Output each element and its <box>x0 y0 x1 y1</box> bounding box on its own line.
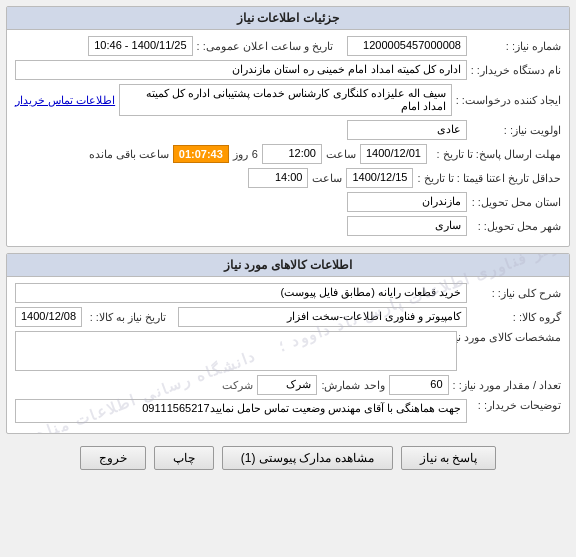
tarikh-niaz-value: 1400/12/08 <box>15 307 82 327</box>
rooz-label: روز <box>233 148 248 161</box>
kalas-section-body: شرح کلی نیاز: خرید قطعات رایانه (مطابق ف… <box>7 277 569 433</box>
tazihaat-label: توضیحات خریدار: <box>471 399 561 412</box>
button-bar: پاسخ به نیاز مشاهده مدارک پیوستی (1) چاپ… <box>6 440 570 476</box>
hadaghal-saat-value: 14:00 <box>248 168 308 188</box>
hadaghal-date: 1400/12/15 <box>346 168 413 188</box>
mohlat-saat-value: 12:00 <box>262 144 322 164</box>
tarikh-value: 1400/11/25 - 10:46 <box>88 36 192 56</box>
sharh-value: خرید قطعات رایانه (مطابق فایل پیوست) <box>15 283 467 303</box>
row-moshakhasat: مشخصات کالای مورد نیاز: <box>15 331 561 371</box>
timer-value: 01:07:43 <box>173 145 229 163</box>
ijad-link[interactable]: اطلاعات تماس خریدار <box>15 94 115 107</box>
nam-value: اداره کل کمیته امداد امام خمینی ره استان… <box>15 60 467 80</box>
moshahede-button[interactable]: مشاهده مدارک پیوستی (1) <box>222 446 393 470</box>
hadaghal-saat-label: ساعت <box>312 172 342 185</box>
mohlat-saat-label: ساعت <box>326 148 356 161</box>
vahed-label: واحد شمارش: <box>321 379 384 392</box>
row-sharh: شرح کلی نیاز: خرید قطعات رایانه (مطابق ف… <box>15 283 561 303</box>
goroh-label: گروه کالا: <box>471 311 561 324</box>
row-goroh: گروه کالا: کامپیوتر و فناوری اطلاعات-سخت… <box>15 307 561 327</box>
rooz-value: 6 <box>252 148 258 160</box>
tarikh-label: تاریخ و ساعت اعلان عمومی: <box>197 40 333 53</box>
row-ostan: استان محل تحویل: مازندران <box>15 192 561 212</box>
shahr-label: شهر محل تحویل: <box>471 220 561 233</box>
goroh-value: کامپیوتر و فناوری اطلاعات-سخت افزار <box>178 307 467 327</box>
ostan-value: مازندران <box>347 192 467 212</box>
khrojj-button[interactable]: خروج <box>80 446 146 470</box>
row-mohlat: مهلت ارسال پاسخ: تا تاریخ : 1400/12/01 س… <box>15 144 561 164</box>
chap-button[interactable]: چاپ <box>154 446 214 470</box>
saaat-mande-label: ساعت باقی مانده <box>89 148 169 161</box>
shomareNiaz-label: شماره نیاز: <box>471 40 561 53</box>
sharh-label: شرح کلی نیاز: <box>471 287 561 300</box>
ijad-value: سیف اله علیزاده کلنگاری کارشناس خدمات پش… <box>119 84 452 116</box>
moshakhasat-input[interactable] <box>15 331 457 371</box>
tedad-value: 60 <box>389 375 449 395</box>
tazihaat-value: جهت هماهنگی با آقای مهندس وضعیت تماس حام… <box>15 399 467 423</box>
avaloiat-label: اولویت نیاز: <box>471 124 561 137</box>
info-section: جزئیات اطلاعات نیاز شماره نیاز: 12000054… <box>6 6 570 247</box>
main-container: جزئیات اطلاعات نیاز شماره نیاز: 12000054… <box>0 0 576 482</box>
kalas-section-header: اطلاعات کالاهای مورد نیاز <box>7 254 569 277</box>
pasokh-button[interactable]: پاسخ به نیاز <box>401 446 497 470</box>
kalas-section: اطلاعات کالاهای مورد نیاز مرکز فناوری اط… <box>6 253 570 434</box>
tarikh-niaz-label: تاریخ نیاز به کالا: <box>86 311 166 324</box>
shahr-value: ساری <box>347 216 467 236</box>
info-section-header: جزئیات اطلاعات نیاز <box>7 7 569 30</box>
row-shahr: شهر محل تحویل: ساری <box>15 216 561 236</box>
row-hadaghal: حداقل تاریخ اعتنا قیمتا : تا تاریخ : 140… <box>15 168 561 188</box>
ijad-label: ایجاد کننده درخواست: <box>456 94 561 107</box>
mohlat-label: مهلت ارسال پاسخ: تا تاریخ : <box>431 148 561 161</box>
nam-label: نام دستگاه خریدار: <box>471 64 561 77</box>
shomareNiaz-value: 1200005457000008 <box>347 36 467 56</box>
info-section-body: شماره نیاز: 1200005457000008 تاریخ و ساع… <box>7 30 569 246</box>
row-tedad: تعداد / مقدار مورد نیاز: 60 واحد شمارش: … <box>15 375 561 395</box>
row-shomareNiaz: شماره نیاز: 1200005457000008 تاریخ و ساع… <box>15 36 561 56</box>
row-avaloiat: اولویت نیاز: عادی <box>15 120 561 140</box>
vahed-value: شرک <box>257 375 317 395</box>
tedad-label: تعداد / مقدار مورد نیاز: <box>453 379 561 392</box>
mohlat-date: 1400/12/01 <box>360 144 427 164</box>
row-ijad: ایجاد کننده درخواست: سیف اله علیزاده کلن… <box>15 84 561 116</box>
moshakhasat-label: مشخصات کالای مورد نیاز: <box>461 331 561 344</box>
hadaghal-label: حداقل تاریخ اعتنا قیمتا : تا تاریخ : <box>417 172 561 185</box>
row-tazihaat: توضیحات خریدار: جهت هماهنگی با آقای مهند… <box>15 399 561 423</box>
shirkat-label: شرکت <box>222 379 253 392</box>
ostan-label: استان محل تحویل: <box>471 196 561 209</box>
row-nam: نام دستگاه خریدار: اداره کل کمیته امداد … <box>15 60 561 80</box>
avaloiat-value: عادی <box>347 120 467 140</box>
